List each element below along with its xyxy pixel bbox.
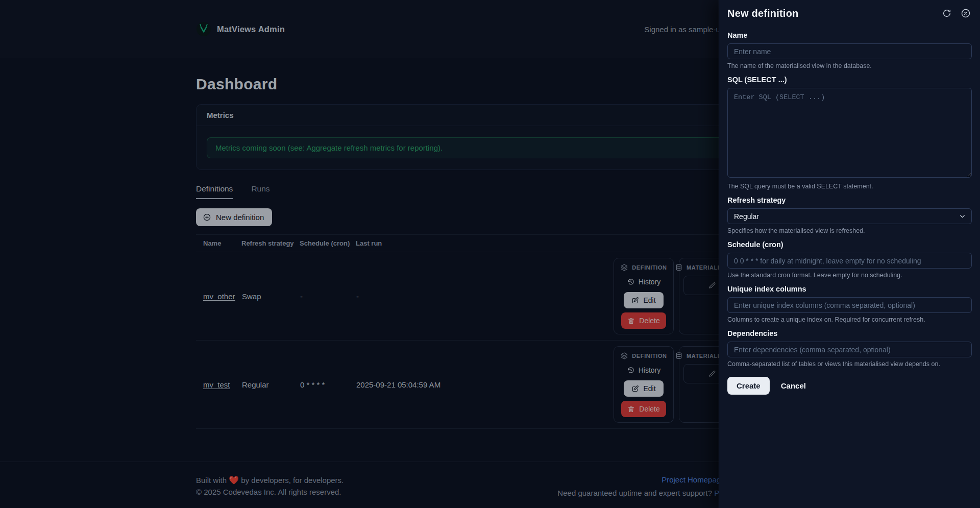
dependencies-input[interactable] (727, 342, 972, 357)
new-definition-form: Name The name of the materialised view i… (727, 31, 972, 395)
panel-title: New definition (727, 8, 798, 19)
unique-index-label: Unique index columns (727, 285, 972, 293)
create-button[interactable]: Create (727, 377, 770, 395)
refresh-button[interactable] (941, 7, 953, 19)
name-field-label: Name (727, 31, 972, 39)
unique-index-input[interactable] (727, 297, 972, 313)
schedule-input[interactable] (727, 253, 972, 269)
dependencies-help: Comma-separated list of tables or views … (727, 360, 972, 368)
name-input[interactable] (727, 43, 972, 59)
cancel-button[interactable]: Cancel (780, 377, 807, 395)
refresh-icon (942, 8, 952, 18)
sql-textarea[interactable] (727, 88, 972, 178)
schedule-field-help: Use the standard cron format. Leave empt… (727, 272, 972, 279)
name-field-help: The name of the materialised view in the… (727, 62, 972, 69)
close-icon (961, 8, 971, 18)
new-definition-panel: New definition Name The name of the mate… (719, 0, 980, 508)
sql-field-help: The SQL query must be a valid SELECT sta… (727, 183, 972, 190)
modal-dim-overlay[interactable] (0, 0, 719, 508)
refresh-strategy-help: Specifies how the materialised view is r… (727, 227, 972, 234)
refresh-strategy-select[interactable]: Regular (727, 208, 972, 224)
close-button[interactable] (960, 7, 972, 19)
refresh-strategy-value: Regular (734, 212, 759, 221)
unique-index-help: Columns to create a unique index on. Req… (727, 316, 972, 323)
chevron-down-icon (959, 212, 966, 220)
dependencies-label: Dependencies (727, 329, 972, 337)
sql-field-label: SQL (SELECT ...) (727, 76, 972, 84)
refresh-strategy-label: Refresh strategy (727, 196, 972, 204)
schedule-field-label: Schedule (cron) (727, 240, 972, 249)
